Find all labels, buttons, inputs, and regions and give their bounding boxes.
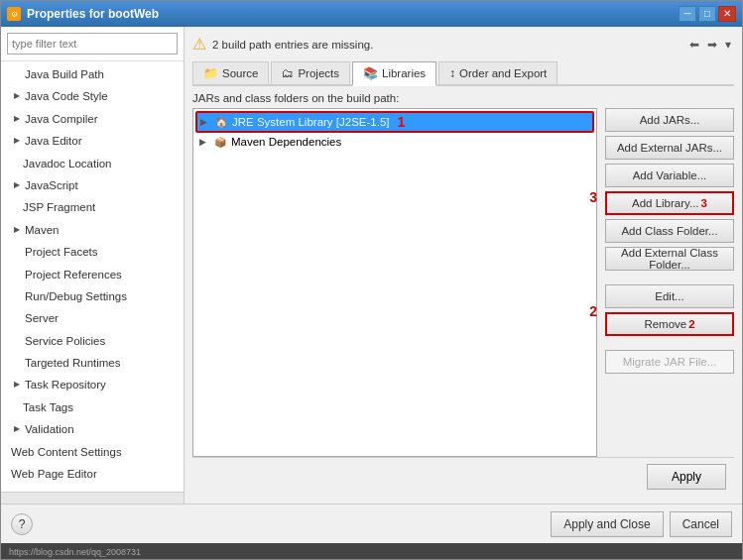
expand-arrow: ▶ [11,179,23,191]
nav-forward-button[interactable]: ➡ [704,37,720,53]
tree-item-java-compiler[interactable]: ▶ Java Compiler [1,108,184,130]
title-controls: ─ □ ✕ [679,6,736,22]
tree-item-run-debug[interactable]: Run/Debug Settings [1,285,184,307]
order-tab-icon: ↕ [449,66,455,80]
source-tab-icon: 📁 [203,66,218,80]
nav-dropdown-button[interactable]: ▾ [722,37,734,53]
tree-item-validation[interactable]: ▶ Validation [1,418,184,440]
right-panel: ⚠ 2 build path entries are missing. ⬅ ➡ … [185,27,742,504]
maven-label: Maven Dependencies [231,136,341,148]
filter-input[interactable] [7,33,178,55]
tree-item-web-page-editor[interactable]: Web Page Editor [1,463,184,485]
tree-item-project-references[interactable]: Project References [1,264,184,285]
add-external-jars-button[interactable]: Add External JARs... [605,136,734,160]
tab-order-label: Order and Export [459,67,547,79]
entries-list: ▶ 🏠 JRE System Library [J2SE-1.5] 1 ▶ 📦 … [192,108,597,457]
tree-item-maven[interactable]: ▶ Maven [1,219,184,241]
footer-bar: ? Apply and Close Cancel [1,504,742,543]
help-button[interactable]: ? [11,513,33,535]
tree-item-server[interactable]: Server [1,307,184,329]
jre-label: JRE System Library [J2SE-1.5] [232,116,390,128]
label-number-1: 1 [398,114,406,130]
expand-arrow: ▶ [11,113,23,125]
expand-arrow: ▶ [11,135,23,147]
apply-button[interactable]: Apply [647,464,726,490]
jre-icon: 🏠 [214,115,228,129]
expand-arrow [11,357,23,369]
tree-item-jsp[interactable]: JSP Fragment [1,196,184,218]
expand-arrow: ▶ [11,380,23,392]
projects-tab-icon: 🗂 [282,66,294,80]
expand-arrow [11,290,23,302]
minimize-button[interactable]: ─ [679,6,696,22]
label-2: 2 [589,303,597,319]
edit-button[interactable]: Edit... [605,284,734,308]
properties-window: ⚙ Properties for bootWeb ─ □ ✕ Java Buil… [0,0,743,560]
tree-item-targeted-runtimes[interactable]: Targeted Runtimes [1,352,184,374]
nav-back-button[interactable]: ⬅ [686,37,702,53]
tree-item-project-facets[interactable]: Project Facets [1,241,184,263]
watermark-bar: https://blog.csdn.net/qq_2008731 [1,543,742,559]
maven-expand-arrow: ▶ [199,137,209,147]
expand-arrow [11,246,23,258]
expand-arrow [11,68,23,80]
add-external-class-folder-button[interactable]: Add External Class Folder... [605,247,734,271]
tree-item-task-repository[interactable]: ▶ Task Repository [1,374,184,395]
warning-icon: ⚠ [192,35,206,54]
apply-and-close-button[interactable]: Apply and Close [551,511,663,537]
maven-icon: 📦 [213,135,227,149]
build-path-left: ▶ 🏠 JRE System Library [J2SE-1.5] 1 ▶ 📦 … [192,108,597,457]
tree-item-web-project-settings[interactable]: Web Project Settings [1,485,184,492]
horizontal-scrollbar[interactable] [1,492,184,504]
build-path-area: ▶ 🏠 JRE System Library [J2SE-1.5] 1 ▶ 📦 … [192,108,734,457]
tree-item-javadoc[interactable]: Javadoc Location [1,153,184,174]
action-buttons: Add JARs... Add External JARs... Add Var… [605,108,734,457]
tree-item-task-tags[interactable]: Task Tags [1,396,184,418]
tab-source[interactable]: 📁 Source [192,61,269,84]
window-icon: ⚙ [7,7,21,21]
tab-libraries-label: Libraries [382,67,426,79]
warning-bar: ⚠ 2 build path entries are missing. ⬅ ➡ … [192,35,734,54]
cancel-button[interactable]: Cancel [670,511,732,537]
footer-actions: Apply and Close Cancel [551,511,732,537]
remove-button[interactable]: Remove 2 [605,312,734,336]
expand-arrow: ▶ [11,91,23,103]
tab-order-export[interactable]: ↕ Order and Export [438,61,557,84]
libraries-tab-icon: 📚 [363,66,378,80]
tree-item-java-code-style[interactable]: ▶ Java Code Style [1,85,184,107]
maximize-button[interactable]: □ [698,6,716,22]
tree-item-java-build-path[interactable]: Java Build Path [1,63,184,85]
expand-arrow [11,312,23,324]
build-path-label: JARs and class folders on the build path… [192,92,734,104]
expand-arrow: ▶ [11,224,23,236]
add-jars-button[interactable]: Add JARs... [605,108,734,132]
left-panel: Java Build Path ▶ Java Code Style ▶ Java… [1,27,185,504]
title-bar: ⚙ Properties for bootWeb ─ □ ✕ [1,1,742,27]
tree-item-web-content-settings[interactable]: Web Content Settings [1,441,184,463]
expand-arrow: ▶ [11,423,23,435]
tree-item-service-policies[interactable]: Service Policies [1,330,184,352]
close-button[interactable]: ✕ [718,6,736,22]
filter-box [1,27,184,61]
nav-arrows: ⬅ ➡ ▾ [686,37,734,53]
tab-projects[interactable]: 🗂 Projects [271,61,350,84]
maven-entry[interactable]: ▶ 📦 Maven Dependencies [195,133,594,151]
tree-list: Java Build Path ▶ Java Code Style ▶ Java… [1,61,184,492]
expand-arrow [11,269,23,280]
tab-source-label: Source [222,67,258,79]
tree-item-javascript[interactable]: ▶ JavaScript [1,174,184,196]
add-class-folder-button[interactable]: Add Class Folder... [605,219,734,243]
add-variable-button[interactable]: Add Variable... [605,164,734,187]
warning-text: 2 build path entries are missing. [212,39,373,51]
content-area: Java Build Path ▶ Java Code Style ▶ Java… [1,27,742,504]
tab-libraries[interactable]: 📚 Libraries [352,61,436,86]
jre-entry[interactable]: ▶ 🏠 JRE System Library [J2SE-1.5] 1 [195,111,594,133]
tabs-bar: 📁 Source 🗂 Projects 📚 Libraries ↕ Order … [192,61,734,86]
tree-item-java-editor[interactable]: ▶ Java Editor [1,130,184,152]
watermark-text: https://blog.csdn.net/qq_2008731 [9,547,141,557]
expand-arrow [11,335,23,347]
window-title: Properties for bootWeb [27,7,159,21]
apply-bar: Apply [192,457,734,496]
add-library-button[interactable]: Add Library... 3 [605,191,734,215]
label-3: 3 [589,189,597,205]
